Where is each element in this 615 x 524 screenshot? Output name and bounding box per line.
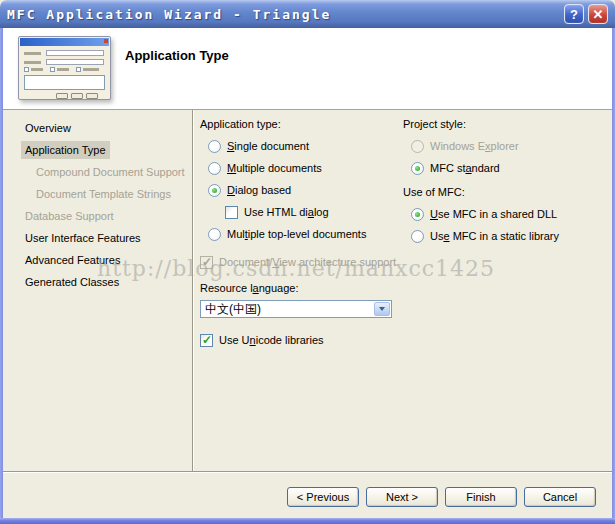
sidebar-item-user-interface-features[interactable]: User Interface Features bbox=[21, 229, 145, 247]
option-label: Use MFC in a shared DLL bbox=[430, 208, 557, 220]
use-mfc-shared-dll-radio[interactable] bbox=[411, 208, 424, 221]
sidebar-item-generated-classes[interactable]: Generated Classes bbox=[21, 273, 123, 291]
windows-explorer-radio bbox=[411, 140, 424, 153]
previous-button[interactable]: < Previous bbox=[287, 487, 359, 507]
multiple-documents-radio[interactable] bbox=[208, 162, 221, 175]
option-label: Dialog based bbox=[227, 184, 291, 196]
option-row: Use HTML dialog bbox=[200, 204, 402, 220]
option-row: Windows Explorer bbox=[403, 138, 615, 154]
use-unicode-libraries-checkbox[interactable] bbox=[200, 334, 213, 347]
option-row: Use MFC in a static library bbox=[403, 228, 615, 244]
option-row: Multiple documents bbox=[200, 160, 402, 176]
resource-language-label: Resource language: bbox=[200, 282, 402, 298]
option-row: Use MFC in a shared DLL bbox=[403, 206, 615, 222]
close-button[interactable]: ✕ bbox=[588, 4, 608, 24]
sidebar-item-compound-document-support: Compound Document Support bbox=[32, 163, 189, 181]
combo-dropdown-button[interactable] bbox=[374, 302, 390, 316]
window-frame-bottom bbox=[0, 518, 615, 524]
sidebar-item-application-type[interactable]: Application Type bbox=[21, 141, 110, 159]
window-title: MFC Application Wizard - Triangle bbox=[7, 7, 560, 22]
option-row: Dialog based bbox=[200, 182, 402, 198]
use-mfc-static-library-radio[interactable] bbox=[411, 230, 424, 243]
option-row: Use Unicode libraries bbox=[200, 332, 402, 348]
option-label: Multiple documents bbox=[227, 162, 322, 174]
finish-button[interactable]: Finish bbox=[445, 487, 517, 507]
sidebar-item-advanced-features[interactable]: Advanced Features bbox=[21, 251, 124, 269]
mfc-application-wizard-dialog: MFC Application Wizard - Triangle ? ✕ Ap… bbox=[0, 0, 615, 524]
footer-divider bbox=[3, 471, 612, 473]
option-label: MFC standard bbox=[430, 162, 500, 174]
option-label: Multiple top-level documents bbox=[227, 228, 366, 240]
sidebar-item-overview[interactable]: Overview bbox=[21, 119, 75, 137]
option-label: Single document bbox=[227, 140, 309, 152]
use-html-dialog-checkbox[interactable] bbox=[225, 206, 238, 219]
project-style-section: Project style: Windows ExplorerMFC stand… bbox=[403, 118, 615, 250]
wizard-header: Application Type bbox=[3, 28, 612, 110]
document-view-architecture-checkbox bbox=[200, 256, 213, 269]
chevron-down-icon bbox=[379, 307, 385, 311]
application-type-section: Application type: Single documentMultipl… bbox=[200, 118, 402, 348]
option-label: Use HTML dialog bbox=[244, 206, 329, 218]
sidebar-divider bbox=[192, 110, 194, 471]
option-row: Multiple top-level documents bbox=[200, 226, 402, 242]
cancel-button[interactable]: Cancel bbox=[524, 487, 596, 507]
option-label: Windows Explorer bbox=[430, 140, 519, 152]
project-style-options: Windows ExplorerMFC standard bbox=[403, 138, 615, 176]
option-label: Use MFC in a static library bbox=[430, 230, 559, 242]
sidebar-item-database-support: Database Support bbox=[21, 207, 118, 225]
help-button[interactable]: ? bbox=[564, 4, 584, 24]
use-of-mfc-options: Use MFC in a shared DLLUse MFC in a stat… bbox=[403, 206, 615, 244]
option-row: Document/View architecture support bbox=[200, 254, 402, 270]
wizard-dialog-icon bbox=[18, 36, 111, 100]
wizard-nav-sidebar: OverviewApplication TypeCompound Documen… bbox=[3, 119, 191, 295]
use-of-mfc-label: Use of MFC: bbox=[403, 186, 615, 202]
page-title: Application Type bbox=[125, 48, 229, 63]
project-style-label: Project style: bbox=[403, 118, 615, 134]
mfc-standard-radio[interactable] bbox=[411, 162, 424, 175]
unicode-option: Use Unicode libraries bbox=[200, 332, 402, 348]
resource-language-select[interactable]: 中文(中国) bbox=[200, 300, 392, 318]
application-type-label: Application type: bbox=[200, 118, 402, 134]
sidebar-item-document-template-strings: Document Template Strings bbox=[32, 185, 175, 203]
option-row: Single document bbox=[200, 138, 402, 154]
application-type-options: Single documentMultiple documentsDialog … bbox=[200, 138, 402, 242]
multiple-top-level-documents-radio[interactable] bbox=[208, 228, 221, 241]
single-document-radio[interactable] bbox=[208, 140, 221, 153]
next-button[interactable]: Next > bbox=[366, 487, 438, 507]
wizard-buttons: < PreviousNext >FinishCancel bbox=[287, 487, 596, 507]
resource-language-value: 中文(中国) bbox=[205, 301, 261, 318]
option-label: Document/View architecture support bbox=[219, 256, 396, 268]
docview-option: Document/View architecture support bbox=[200, 254, 402, 270]
option-row: MFC standard bbox=[403, 160, 615, 176]
title-bar: MFC Application Wizard - Triangle ? ✕ bbox=[0, 0, 615, 28]
option-label: Use Unicode libraries bbox=[219, 334, 324, 346]
dialog-based-radio[interactable] bbox=[208, 184, 221, 197]
